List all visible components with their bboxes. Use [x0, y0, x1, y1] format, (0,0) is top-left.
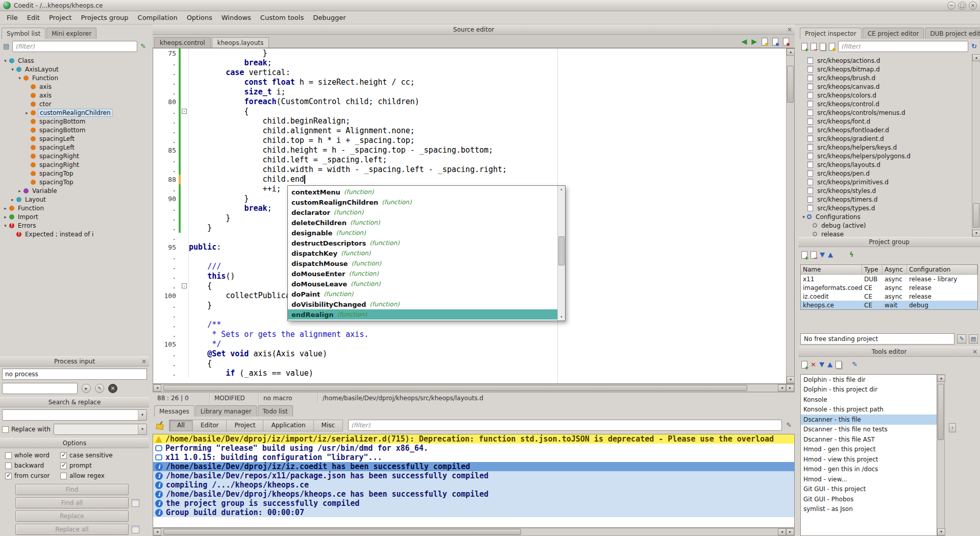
minimize-button[interactable]: − [947, 2, 955, 10]
expand-icon[interactable]: ▸ [2, 206, 9, 211]
configurations-node[interactable]: ▾Configurations [798, 212, 972, 221]
process-input-field[interactable] [2, 383, 78, 394]
move-project-up-icon[interactable]: ▲ [828, 251, 833, 259]
msg-filter-misc[interactable]: Misc [313, 420, 344, 431]
scroll-left-icon[interactable]: ◂ [153, 384, 161, 392]
code-line-88[interactable]: 88 child.end [153, 175, 786, 184]
collapse-icon[interactable]: ▾ [9, 67, 16, 72]
code-line-r3[interactable]: . const float h = sizeRect.height / cc; [153, 78, 786, 87]
message-row[interactable]: /home/basile/Dev/dproj/iz/import/iz/seri… [153, 434, 794, 444]
code-line-80[interactable]: 80 foreach(CustomControl child; children… [153, 97, 786, 107]
edit-tool-icon[interactable]: ✎ [852, 360, 857, 369]
file-src-kheops-helpers-keys-d[interactable]: src/kheops/helpers/keys.d [798, 143, 972, 152]
option-prompt[interactable]: prompt [60, 462, 144, 469]
tool-konsole-this-project-path[interactable]: Konsole - this project path [801, 405, 937, 415]
completion-domouseleave[interactable]: doMouseLeave(function) [288, 279, 557, 289]
scroll-up-icon[interactable]: ▴ [937, 375, 945, 382]
new-item-icon[interactable] [801, 43, 807, 51]
tool-konsole[interactable]: Konsole [801, 395, 937, 405]
code-line-r32[interactable]: . { [153, 359, 786, 369]
symbol-spacingtop[interactable]: spacingTop [0, 178, 149, 186]
code-line-r8[interactable]: . child.alignment = Alignment.none; [153, 126, 786, 136]
file-src-kheops-font-d[interactable]: src/kheops/font.d [798, 117, 972, 126]
replace-with-checkbox[interactable]: Replace with [2, 426, 51, 433]
column-async[interactable]: Async [883, 265, 907, 274]
search-term-combo[interactable]: ▾ [2, 409, 147, 421]
completion-domouseenter[interactable]: doMouseEnter(function) [288, 269, 557, 279]
symbol-import[interactable]: ▸Import [0, 212, 149, 221]
tool-dscanner-this-file-no-tests[interactable]: Dscanner - this file no tests [801, 425, 937, 435]
tree-vscrollbar[interactable]: ▴ ▾ [972, 54, 980, 237]
file-src-kheops-actions-d[interactable]: src/kheops/actions.d [798, 56, 972, 65]
tab-dub-project-editor[interactable]: DUB project editor [925, 28, 980, 39]
menu-windows[interactable]: Windows [217, 12, 256, 23]
expand-icon[interactable]: ▸ [16, 188, 23, 193]
symbol-spacingbottom[interactable]: spacingBottom [0, 126, 149, 134]
async-mode-icon[interactable]: ϟ [849, 251, 854, 259]
move-tool-up-icon[interactable]: ▲ [827, 360, 832, 369]
tool-dolphin-this-project-dir[interactable]: Dolphin - this project dir [801, 385, 937, 395]
checkbox-box[interactable] [60, 473, 67, 479]
code-line-105[interactable]: 105 */ [153, 339, 786, 349]
symbol-spacingtop[interactable]: spacingTop [0, 169, 149, 178]
checkbox-box[interactable] [60, 462, 67, 469]
close-document-icon[interactable] [783, 38, 789, 45]
symbol-function[interactable]: ▾Function [0, 74, 149, 82]
collapse-icon[interactable]: ▾ [800, 214, 807, 220]
doc-tab-kheops-control[interactable]: kheops.control [154, 37, 211, 47]
message-filter-input[interactable] [348, 420, 782, 431]
expand-icon[interactable]: ▸ [9, 197, 16, 202]
scroll-down-icon[interactable]: ▾ [972, 230, 980, 237]
completion-dovisibilitychanged[interactable]: doVisibilityChanged(function) [288, 299, 557, 309]
scroll-thumb[interactable] [973, 203, 979, 228]
tool-symlist-as-json[interactable]: symlist - as Json [801, 504, 937, 515]
scroll-right-icon[interactable]: ▸ [786, 384, 794, 392]
file-src-kheops-pen-d[interactable]: src/kheops/pen.d [798, 169, 972, 178]
message-row[interactable]: Performing "release" build using /usr/bi… [153, 444, 794, 453]
file-src-kheops-helpers-polygons-d[interactable]: src/kheops/helpers/polygons.d [798, 152, 972, 160]
code-line-r6[interactable]: .- { [153, 107, 786, 116]
tool-git-gui-phobos[interactable]: Git GUI - Phobos [801, 494, 937, 504]
scroll-up-icon[interactable]: ▴ [558, 186, 565, 193]
config-debug-active[interactable]: debug (active) [798, 221, 972, 230]
column-name[interactable]: Name [801, 265, 862, 274]
symbol-ctor[interactable]: ctor [0, 100, 149, 108]
tool-hmod-gen-this-in-docs[interactable]: Hmod - gen this in /docs [801, 465, 937, 475]
scroll-track[interactable] [161, 384, 778, 392]
collapse-icon[interactable]: ▾ [2, 58, 9, 63]
menu-options[interactable]: Options [182, 12, 217, 23]
code-line-r28[interactable]: . /** [153, 320, 786, 330]
scroll-left-icon[interactable]: ◂ [778, 384, 786, 392]
scroll-thumb[interactable] [938, 384, 944, 440]
code-line-r11[interactable]: . child.left = _spacing.left; [153, 155, 786, 165]
project-row-x11[interactable]: x11DUBasyncrelease - library [801, 275, 977, 283]
tab-messages[interactable]: Messages [154, 405, 194, 417]
scroll-track[interactable] [787, 56, 794, 376]
code-line-r12[interactable]: . child.width = width - _spacing.left - … [153, 165, 786, 175]
tool-dscanner-this-file-ast[interactable]: Dscanner - this file AST [801, 434, 937, 445]
file-src-kheops-canvas-d[interactable]: src/kheops/canvas.d [798, 82, 972, 91]
code-line-r1[interactable]: . break; [153, 58, 786, 68]
edit-input-icon[interactable]: ✎ [95, 384, 104, 393]
code-line-r9[interactable]: . child.top = h * i + _spacing.top; [153, 136, 786, 145]
symbol-filter-input[interactable] [12, 41, 137, 52]
edit-free-standing-icon[interactable]: ✎ [957, 334, 966, 344]
find-all-list-icon[interactable] [132, 499, 139, 507]
msg-filter-project[interactable]: Project [226, 420, 263, 431]
scroll-track[interactable] [161, 528, 778, 535]
completion-contextmenu[interactable]: contextMenu(function) [288, 187, 557, 197]
replace-button[interactable]: Replace [15, 510, 129, 522]
code-line-r2[interactable]: . case vertical: [153, 68, 786, 78]
scroll-up-icon[interactable]: ▴ [972, 54, 980, 61]
symbol-spacingright[interactable]: spacingRight [0, 152, 149, 160]
scroll-down-icon[interactable]: ▾ [937, 528, 945, 535]
scroll-thumb[interactable] [787, 66, 794, 103]
code-line-r29[interactable]: . * Sets or gets the alignment axis. [153, 330, 786, 339]
scroll-down-icon[interactable]: ▾ [558, 313, 565, 321]
file-src-kheops-colors-d[interactable]: src/kheops/colors.d [798, 91, 972, 100]
menu-compilation[interactable]: Compilation [133, 12, 182, 23]
symbol-spacingleft[interactable]: spacingLeft [0, 143, 149, 152]
option-backward[interactable]: backward [5, 462, 60, 469]
tools-vscrollbar[interactable]: ▴ ▾ [937, 374, 945, 536]
filter-edit-icon[interactable]: ✎ [786, 421, 792, 429]
